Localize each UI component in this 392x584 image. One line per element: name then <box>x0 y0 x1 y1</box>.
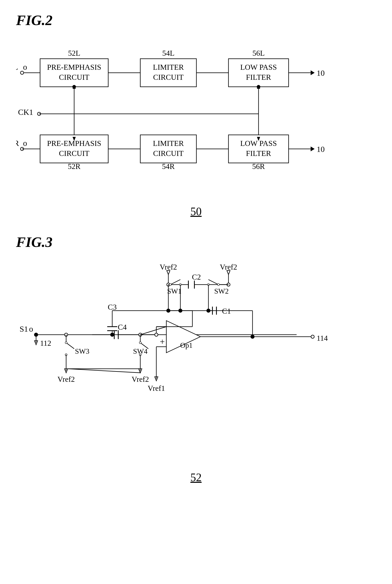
svg-marker-34 <box>227 270 230 274</box>
label-52L: 52L <box>68 49 80 57</box>
c2-label: C2 <box>192 273 201 281</box>
box54l-line2: CIRCUIT <box>153 73 184 81</box>
box54r-line2: CIRCUIT <box>153 149 184 158</box>
sw1-label: SW1 <box>167 287 182 295</box>
fig2-50-label: 50 <box>16 205 376 218</box>
svg-line-42 <box>170 280 180 284</box>
box56r-line2: FILTER <box>246 149 271 158</box>
output-top: 10 <box>317 68 325 78</box>
c1-label: C1 <box>222 307 231 315</box>
s1l-dot: o <box>23 62 27 72</box>
svg-point-89 <box>155 333 158 336</box>
fig3-title: FIG.3 <box>16 234 376 250</box>
svg-point-69 <box>110 333 114 337</box>
sw3-label: SW3 <box>75 347 90 355</box>
svg-line-60 <box>66 343 74 349</box>
svg-point-102 <box>206 309 210 313</box>
s1-o: o <box>29 324 33 334</box>
svg-marker-31 <box>167 270 170 274</box>
label-56L: 56L <box>252 49 264 57</box>
svg-marker-76 <box>68 369 140 373</box>
output-bottom: 10 <box>317 145 325 154</box>
vref2-top1: Vref2 <box>160 263 177 271</box>
label-52R: 52R <box>68 162 80 170</box>
s1r-dot: o <box>23 139 27 148</box>
box56l-line1: LOW PASS <box>240 63 277 71</box>
svg-point-53 <box>34 333 38 337</box>
fig2-title: FIG.2 <box>16 12 376 29</box>
ck1-label: CK1 <box>18 108 33 117</box>
op1-label: Op1 <box>180 341 192 349</box>
box52r-line2: CIRCUIT <box>59 149 90 158</box>
c4-label: C4 <box>118 323 127 331</box>
svg-point-105 <box>311 335 314 338</box>
sw2-label: SW2 <box>214 287 229 295</box>
vref1-label: Vref1 <box>148 384 165 392</box>
box52l-line1: PRE-EMPHASIS <box>47 63 101 71</box>
svg-point-43 <box>169 284 171 286</box>
vref2-sw3: Vref2 <box>58 375 75 384</box>
box54l-line1: LIMITER <box>153 63 184 71</box>
c3-label: C3 <box>108 303 117 311</box>
s1-label: S1 <box>20 324 28 334</box>
box52l-line2: CIRCUIT <box>59 73 90 81</box>
svg-point-73 <box>139 342 141 344</box>
svg-point-61 <box>65 342 67 344</box>
svg-line-46 <box>208 280 218 284</box>
svg-marker-8 <box>311 70 315 75</box>
s1l-label: S1L <box>16 62 18 72</box>
s1r-label: S1R <box>16 139 19 148</box>
fig3-diagram: Vref2 Vref2 C2 SW1 <box>16 258 377 459</box>
n114-label: 114 <box>317 334 328 342</box>
vref2-top2: Vref2 <box>220 263 237 271</box>
box54r-line1: LIMITER <box>153 139 184 148</box>
n112-label: 112 <box>40 339 51 347</box>
label-56R: 56R <box>252 162 265 170</box>
svg-point-1 <box>20 71 24 74</box>
vref2-sw4: Vref2 <box>132 375 149 384</box>
svg-marker-26 <box>311 146 315 151</box>
svg-text:+: + <box>160 337 165 347</box>
fig3-52-label: 52 <box>16 471 376 484</box>
label-54R: 54R <box>162 162 175 170</box>
svg-point-48 <box>218 284 220 286</box>
box56l-line2: FILTER <box>246 73 271 81</box>
page: FIG.2 S1L o PRE-EMPHASIS CIRCUIT 52L LIM… <box>0 0 392 584</box>
label-54L: 54L <box>162 49 174 57</box>
fig2-diagram: S1L o PRE-EMPHASIS CIRCUIT 52L LIMITER C… <box>16 37 377 193</box>
